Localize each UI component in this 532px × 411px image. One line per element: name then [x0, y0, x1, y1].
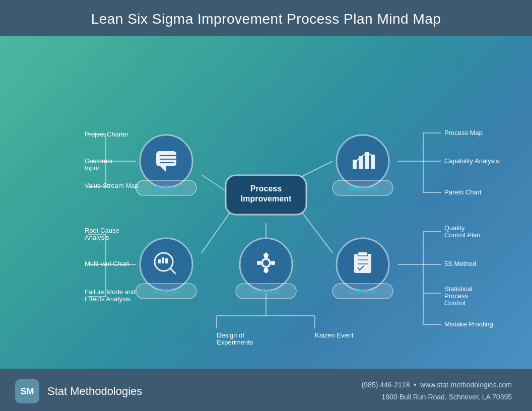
- sm-logo: SM: [15, 379, 39, 403]
- control-leaf-3c: Control: [444, 299, 466, 307]
- footer-left: SM Stat Methodologies: [15, 379, 142, 403]
- measure-leaf-2: Capability Analysis: [444, 157, 499, 165]
- define-leaf-1: Project Charter: [85, 130, 129, 138]
- contact-line2: 1900 Bull Run Road, Schriever, LA 70395: [362, 391, 512, 403]
- svg-point-44: [140, 238, 192, 291]
- control-leaf-3: Statistical: [444, 285, 473, 293]
- svg-line-1: [300, 161, 332, 177]
- svg-rect-47: [158, 259, 161, 263]
- svg-rect-49: [165, 258, 168, 263]
- header: Lean Six Sigma Improvement Process Plan …: [0, 0, 532, 36]
- control-leaf-4: Mistake Proofing: [444, 320, 493, 328]
- control-label: Control: [349, 287, 376, 296]
- control-leaf-1: Quality: [444, 224, 465, 232]
- control-leaf-3b: Process: [444, 292, 468, 300]
- svg-rect-64: [354, 254, 371, 273]
- define-leaf-2: Customer: [85, 157, 113, 165]
- svg-line-2: [202, 210, 232, 253]
- control-leaf-1b: Control Plan: [444, 231, 481, 239]
- improve-leaf-1: Design of: [217, 331, 244, 339]
- analyze-leaf-2: Multi-vari Chart: [85, 260, 129, 267]
- contact-line1: (985) 446-2118 • www.stat-methodologies.…: [362, 379, 512, 391]
- control-leaf-2: 5S Method: [444, 260, 476, 267]
- improve-leaf-1b: Experiments: [217, 338, 253, 346]
- define-leaf-2b: Input: [85, 164, 99, 172]
- measure-leaf-1: Process Map: [444, 129, 483, 136]
- footer-right: (985) 446-2118 • www.stat-methodologies.…: [362, 379, 512, 403]
- measure-label: Measure: [348, 184, 378, 192]
- measure-leaf-3: Pareto Chart: [444, 188, 482, 196]
- svg-rect-65: [358, 252, 368, 256]
- analyze-label: Analyze: [152, 287, 181, 296]
- improve-label: Improve: [251, 287, 281, 296]
- footer: SM Stat Methodologies (985) 446-2118 • w…: [0, 369, 532, 411]
- svg-rect-57: [271, 261, 275, 265]
- analyze-leaf-3b: Effects Analysis: [85, 295, 130, 303]
- svg-rect-42: [371, 155, 375, 169]
- analyze-leaf-3: Failure Mode and: [85, 288, 136, 296]
- brand-name: Stat Methodologies: [47, 385, 142, 398]
- center-node-line2: Improvement: [241, 194, 292, 203]
- svg-line-4: [300, 210, 332, 253]
- analyze-leaf-1b: Analysis: [85, 234, 109, 241]
- svg-rect-48: [162, 257, 164, 263]
- svg-point-53: [263, 260, 269, 266]
- define-leaf-3: Value Stream Map: [85, 182, 139, 189]
- define-label: Define: [155, 184, 178, 192]
- analyze-leaf-1: Root Cause: [85, 227, 119, 234]
- page-title: Lean Six Sigma Improvement Process Plan …: [91, 11, 441, 27]
- center-node-line1: Process: [250, 184, 282, 193]
- svg-rect-56: [257, 261, 261, 265]
- improve-leaf-2: Kaizen Event: [315, 331, 354, 339]
- main-content: Process Improvement Define Project Chart…: [0, 36, 532, 369]
